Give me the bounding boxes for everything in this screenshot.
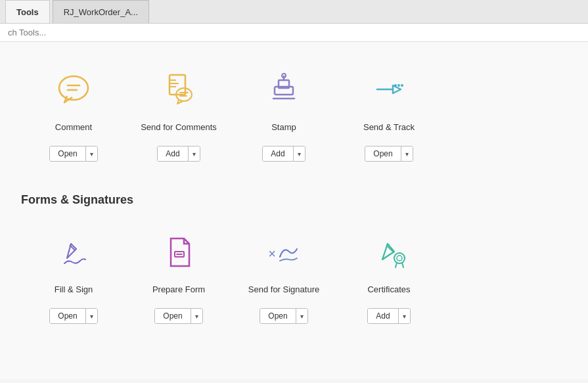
prepare-form-label: Prepare Form [152, 279, 205, 300]
svg-point-27 [397, 256, 402, 261]
prepare-form-open-btn[interactable]: Open [155, 309, 190, 323]
fill-sign-icon [53, 231, 95, 273]
stamp-dropdown-btn[interactable]: ▾ [293, 146, 305, 161]
send-for-signature-btn-group: Open ▾ [260, 308, 307, 324]
send-track-icon [368, 68, 410, 110]
forms-tools-grid: Fill & Sign Open ▾ Prepare Form [21, 220, 567, 334]
svg-point-18 [397, 84, 400, 87]
svg-point-17 [394, 84, 397, 87]
fill-sign-open-btn[interactable]: Open [50, 309, 85, 323]
search-input[interactable] [8, 28, 139, 37]
send-track-dropdown-btn[interactable]: ▾ [401, 146, 413, 161]
svg-point-19 [401, 84, 403, 87]
top-tools-grid: Comment Open ▾ [21, 58, 567, 172]
send-track-btn-group: Open ▾ [365, 146, 413, 162]
tool-item-fill-sign: Fill & Sign Open ▾ [21, 220, 126, 334]
stamp-label: Stamp [271, 117, 296, 138]
prepare-form-btn-group: Open ▾ [154, 308, 202, 324]
certificates-btn-group: Add ▾ [367, 308, 410, 324]
fill-sign-dropdown-btn[interactable]: ▾ [85, 309, 97, 323]
certificates-add-btn[interactable]: Add [368, 309, 397, 323]
svg-line-25 [396, 263, 397, 267]
svg-point-24 [394, 253, 405, 263]
fill-sign-btn-group: Open ▾ [49, 308, 97, 324]
send-for-comments-dropdown-btn[interactable]: ▾ [188, 146, 200, 161]
tool-item-send-for-comments: Send for Comments Add ▾ [126, 58, 231, 172]
tab-tools[interactable]: Tools [5, 0, 50, 23]
stamp-btn-group: Add ▾ [262, 146, 305, 162]
fill-sign-label: Fill & Sign [55, 279, 93, 300]
comment-label: Comment [55, 117, 92, 138]
svg-point-0 [59, 76, 88, 100]
send-for-comments-btn-group: Add ▾ [157, 146, 200, 162]
forms-section-title: Forms & Signatures [21, 193, 567, 207]
main-content: Comment Open ▾ [0, 42, 588, 379]
svg-text:×: × [268, 246, 276, 261]
send-for-signature-dropdown-btn[interactable]: ▾ [296, 309, 307, 323]
send-for-signature-label: Send for Signature [248, 279, 319, 300]
send-for-signature-icon: × [263, 231, 305, 273]
search-bar [0, 24, 588, 42]
certificates-dropdown-btn[interactable]: ▾ [398, 309, 410, 323]
tool-item-stamp: Stamp Add ▾ [231, 58, 336, 172]
certificates-label: Certificates [367, 279, 410, 300]
send-for-comments-icon [158, 68, 200, 110]
stamp-add-btn[interactable]: Add [263, 146, 292, 161]
stamp-icon [263, 68, 305, 110]
comment-icon [53, 68, 95, 110]
send-for-comments-add-btn[interactable]: Add [158, 146, 187, 161]
certificates-icon [368, 231, 410, 273]
tool-item-send-for-signature: × Send for Signature Open ▾ [231, 220, 336, 334]
svg-marker-16 [393, 85, 401, 93]
svg-line-26 [402, 263, 403, 267]
comment-open-btn[interactable]: Open [50, 146, 85, 161]
comment-btn-group: Open ▾ [49, 146, 97, 162]
send-track-label: Send & Track [363, 117, 415, 138]
tool-item-certificates: Certificates Add ▾ [336, 220, 441, 334]
send-for-comments-label: Send for Comments [141, 117, 217, 138]
send-track-open-btn[interactable]: Open [365, 146, 400, 161]
tool-item-send-track: Send & Track Open ▾ [336, 58, 441, 172]
send-for-signature-open-btn[interactable]: Open [260, 309, 295, 323]
prepare-form-icon [158, 231, 200, 273]
tab-workorder[interactable]: RJ_WorkOrder_A... [53, 0, 149, 23]
tool-item-prepare-form: Prepare Form Open ▾ [126, 220, 231, 334]
comment-dropdown-btn[interactable]: ▾ [85, 146, 97, 161]
title-bar: Tools RJ_WorkOrder_A... [0, 0, 588, 24]
prepare-form-dropdown-btn[interactable]: ▾ [191, 309, 202, 323]
tool-item-comment: Comment Open ▾ [21, 58, 126, 172]
